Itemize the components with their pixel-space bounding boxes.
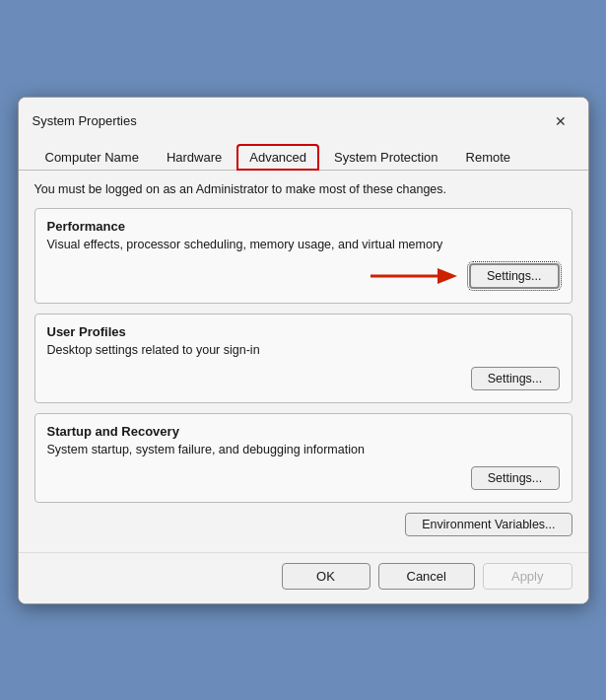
tab-computer-name[interactable]: Computer Name bbox=[33, 144, 152, 171]
startup-recovery-desc: System startup, system failure, and debu… bbox=[47, 443, 560, 456]
startup-recovery-title: Startup and Recovery bbox=[47, 424, 560, 439]
performance-settings-button[interactable]: Settings... bbox=[469, 263, 560, 289]
ok-button[interactable]: OK bbox=[282, 563, 370, 590]
user-profiles-title: User Profiles bbox=[47, 324, 560, 339]
admin-notice: You must be logged on as an Administrato… bbox=[34, 182, 572, 196]
startup-recovery-footer: Settings... bbox=[47, 466, 560, 490]
svg-marker-1 bbox=[438, 268, 457, 284]
performance-section: Performance Visual effects, processor sc… bbox=[34, 208, 572, 304]
user-profiles-settings-button[interactable]: Settings... bbox=[471, 367, 560, 390]
close-button[interactable]: ✕ bbox=[547, 107, 574, 135]
user-profiles-section: User Profiles Desktop settings related t… bbox=[34, 314, 572, 403]
performance-desc: Visual effects, processor scheduling, me… bbox=[47, 238, 560, 251]
arrow-icon bbox=[370, 261, 459, 291]
title-bar: System Properties ✕ bbox=[19, 98, 588, 135]
tab-remote[interactable]: Remote bbox=[453, 144, 524, 171]
system-properties-dialog: System Properties ✕ Computer Name Hardwa… bbox=[18, 97, 589, 604]
env-vars-button[interactable]: Environment Variables... bbox=[405, 513, 572, 536]
tab-hardware[interactable]: Hardware bbox=[154, 144, 235, 171]
user-profiles-footer: Settings... bbox=[47, 367, 560, 390]
dialog-footer: OK Cancel Apply bbox=[19, 552, 588, 603]
tab-advanced[interactable]: Advanced bbox=[236, 144, 319, 171]
startup-recovery-settings-button[interactable]: Settings... bbox=[471, 466, 560, 490]
apply-button[interactable]: Apply bbox=[483, 563, 572, 590]
dialog-title: System Properties bbox=[33, 113, 137, 128]
env-vars-row: Environment Variables... bbox=[34, 513, 572, 536]
user-profiles-desc: Desktop settings related to your sign-in bbox=[47, 343, 560, 357]
performance-footer: Settings... bbox=[47, 261, 560, 291]
performance-title: Performance bbox=[47, 219, 560, 234]
arrow-container bbox=[47, 261, 469, 291]
tabs-bar: Computer Name Hardware Advanced System P… bbox=[19, 135, 588, 171]
startup-recovery-section: Startup and Recovery System startup, sys… bbox=[34, 413, 572, 503]
cancel-button[interactable]: Cancel bbox=[378, 563, 475, 590]
tab-content: You must be logged on as an Administrato… bbox=[19, 171, 588, 552]
tab-system-protection[interactable]: System Protection bbox=[321, 144, 451, 171]
